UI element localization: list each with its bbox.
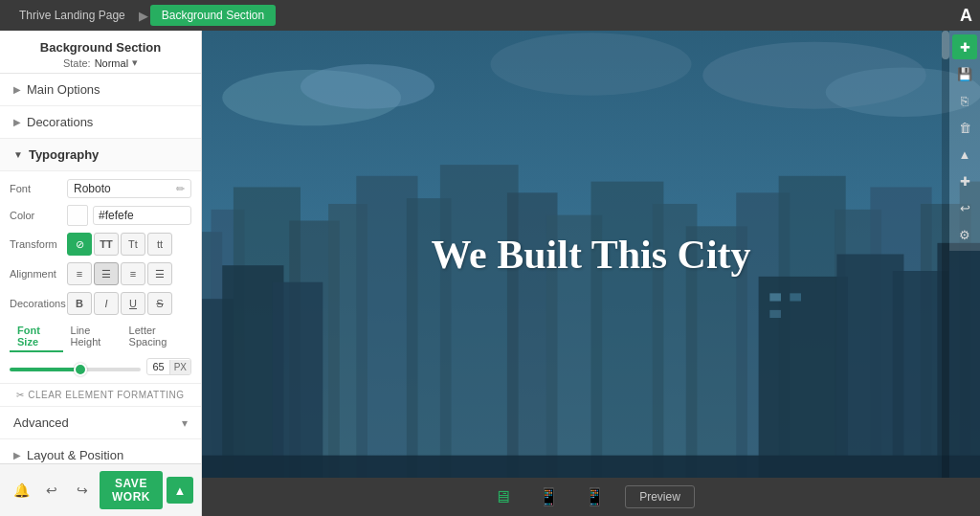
mobile-view-btn[interactable]: 📱 bbox=[579, 482, 610, 512]
font-input[interactable]: Roboto ✏ bbox=[67, 179, 191, 198]
transform-upper-btn[interactable]: TT bbox=[94, 233, 119, 256]
top-bar: Thrive Landing Page ▶ Background Section… bbox=[0, 0, 980, 31]
transform-none-btn[interactable]: ⊘ bbox=[67, 233, 92, 256]
save-button[interactable]: SAVE WORK bbox=[100, 471, 163, 509]
advanced-label: Advanced bbox=[13, 415, 182, 430]
transform-lower-btn[interactable]: tt bbox=[147, 233, 172, 256]
svg-rect-38 bbox=[790, 293, 801, 301]
slider-unit: PX bbox=[169, 360, 190, 374]
panel-footer: 🔔 ↩ ↪ SAVE WORK ▲ bbox=[0, 463, 201, 516]
color-value-container: #fefefe bbox=[67, 205, 191, 226]
font-size-tabs: Font Size Line Height Letter Spacing bbox=[10, 322, 191, 352]
breadcrumb-landing[interactable]: Thrive Landing Page bbox=[8, 5, 137, 26]
tab-line-height[interactable]: Line Height bbox=[63, 322, 122, 352]
italic-btn[interactable]: I bbox=[94, 292, 119, 315]
section-decorations[interactable]: ▶ Decorations bbox=[0, 106, 201, 139]
svg-rect-40 bbox=[202, 456, 980, 478]
alignment-buttons: ≡ ☰ ≡ ☰ bbox=[67, 262, 191, 285]
color-label: Color bbox=[10, 210, 67, 221]
edit-icon: ✏ bbox=[176, 183, 185, 195]
preview-button[interactable]: Preview bbox=[625, 485, 695, 508]
color-row: Color #fefefe bbox=[10, 205, 191, 226]
state-chevron: ▾ bbox=[132, 56, 138, 69]
transform-buttons: ⊘ TT Tt tt bbox=[67, 233, 191, 256]
svg-rect-14 bbox=[440, 165, 519, 478]
add-element-btn[interactable]: ✚ bbox=[952, 34, 977, 59]
city-background: We Built This City ✚ 💾 ⎘ 🗑 ▲ ✚ ↩ ⚙ bbox=[202, 31, 980, 478]
tab-letter-spacing[interactable]: Letter Spacing bbox=[122, 322, 191, 352]
svg-rect-28 bbox=[273, 282, 323, 478]
notifications-btn[interactable]: 🔔 bbox=[8, 477, 34, 504]
align-left-btn[interactable]: ≡ bbox=[67, 262, 92, 285]
canvas-main: We Built This City ✚ 💾 ⎘ 🗑 ▲ ✚ ↩ ⚙ bbox=[202, 31, 980, 478]
expand-btn[interactable]: ▲ bbox=[167, 477, 193, 504]
advanced-chevron-icon: ▾ bbox=[182, 416, 188, 430]
bold-btn[interactable]: B bbox=[67, 292, 92, 315]
panel-title: Background Section bbox=[13, 40, 188, 55]
typography-body: Font Roboto ✏ Color #fefefe bbox=[0, 171, 201, 384]
undo-btn[interactable]: ↩ bbox=[38, 477, 65, 504]
scroll-up-btn[interactable]: ▲ bbox=[952, 142, 977, 167]
settings-btn[interactable]: ⚙ bbox=[952, 222, 977, 247]
align-justify-btn[interactable]: ☰ bbox=[147, 262, 172, 285]
state-value[interactable]: Normal bbox=[95, 57, 128, 69]
decorations-inline-row: Decorations B I U S bbox=[10, 292, 191, 315]
panel-content: ▶ Main Options ▶ Decorations ▼ Typograph… bbox=[0, 74, 201, 463]
underline-btn[interactable]: U bbox=[121, 292, 145, 315]
section-layout[interactable]: ▶ Layout & Position bbox=[0, 439, 201, 463]
clear-formatting-btn[interactable]: ✂ CLEAR ELEMENT FORMATTING bbox=[0, 384, 201, 407]
section-typography-header[interactable]: ▼ Typography bbox=[0, 139, 201, 171]
add-right-btn[interactable]: ✚ bbox=[952, 168, 977, 193]
section-layout-label: Layout & Position bbox=[27, 448, 123, 462]
main-layout: Background Section State: Normal ▾ ▶ Mai… bbox=[0, 31, 980, 516]
slider-container bbox=[10, 360, 141, 374]
font-size-slider[interactable] bbox=[10, 368, 141, 371]
alignment-row: Alignment ≡ ☰ ≡ ☰ bbox=[10, 262, 191, 285]
state-label: State: bbox=[63, 57, 91, 69]
section-decorations-label: Decorations bbox=[27, 115, 93, 129]
svg-point-2 bbox=[301, 64, 434, 109]
section-typography-label: Typography bbox=[29, 147, 99, 162]
arrow-icon: ▶ bbox=[13, 117, 21, 127]
slider-value: 65 bbox=[147, 359, 168, 374]
right-toolbar: ✚ 💾 ⎘ 🗑 ▲ ✚ ↩ ⚙ bbox=[949, 31, 980, 251]
tab-font-size[interactable]: Font Size bbox=[10, 322, 63, 352]
breadcrumb-sep: ▶ bbox=[139, 9, 148, 23]
section-main-options[interactable]: ▶ Main Options bbox=[0, 74, 201, 106]
transform-label: Transform bbox=[10, 238, 67, 250]
delete-btn[interactable]: 🗑 bbox=[952, 115, 977, 140]
color-swatch[interactable] bbox=[67, 205, 88, 226]
save-canvas-btn[interactable]: 💾 bbox=[952, 61, 977, 86]
copy-btn[interactable]: ⎘ bbox=[952, 88, 977, 113]
arrow-icon: ▶ bbox=[13, 84, 21, 95]
typography-arrow-icon: ▼ bbox=[13, 149, 23, 160]
strikethrough-btn[interactable]: S bbox=[147, 292, 172, 315]
font-value: Roboto ✏ bbox=[67, 179, 191, 198]
align-right-btn[interactable]: ≡ bbox=[121, 262, 145, 285]
slider-row: 65 PX bbox=[10, 358, 191, 375]
transform-capitalize-btn[interactable]: Tt bbox=[121, 233, 145, 256]
section-main-options-label: Main Options bbox=[27, 82, 100, 97]
align-center-btn[interactable]: ☰ bbox=[94, 262, 119, 285]
arrow-icon: ▶ bbox=[13, 450, 21, 460]
font-row: Font Roboto ✏ bbox=[10, 179, 191, 198]
canvas-scrollbar[interactable] bbox=[942, 31, 949, 478]
color-hex[interactable]: #fefefe bbox=[93, 206, 191, 225]
breadcrumb-section[interactable]: Background Section bbox=[150, 5, 276, 26]
bottom-bar: 🖥 📱 📱 Preview bbox=[202, 478, 980, 516]
panel-state: State: Normal ▾ bbox=[13, 56, 188, 69]
section-advanced[interactable]: Advanced ▾ bbox=[0, 407, 201, 439]
svg-point-5 bbox=[490, 33, 691, 95]
undo-canvas-btn[interactable]: ↩ bbox=[952, 195, 977, 220]
alignment-label: Alignment bbox=[10, 268, 67, 280]
redo-btn[interactable]: ↪ bbox=[69, 477, 96, 504]
svg-rect-37 bbox=[769, 293, 781, 301]
canvas-area: We Built This City ✚ 💾 ⎘ 🗑 ▲ ✚ ↩ ⚙ bbox=[202, 31, 980, 516]
desktop-view-btn[interactable]: 🖥 bbox=[487, 482, 518, 512]
left-panel: Background Section State: Normal ▾ ▶ Mai… bbox=[0, 31, 202, 516]
font-label: Font bbox=[10, 183, 67, 194]
tablet-view-btn[interactable]: 📱 bbox=[533, 482, 564, 512]
svg-rect-39 bbox=[769, 310, 781, 318]
decorations-inline-label: Decorations bbox=[10, 298, 67, 309]
transform-row: Transform ⊘ TT Tt tt bbox=[10, 233, 191, 256]
